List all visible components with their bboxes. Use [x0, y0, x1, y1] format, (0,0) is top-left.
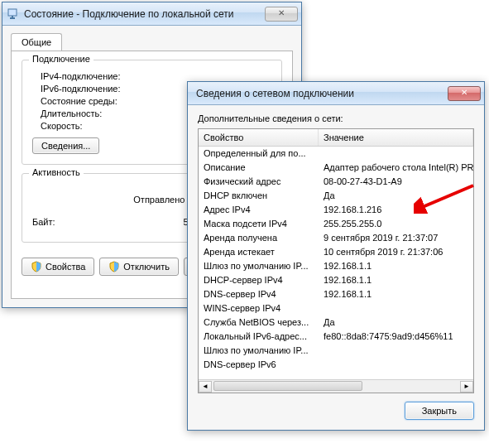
- detail-property: Шлюз по умолчанию IP...: [199, 259, 319, 273]
- speed-label: Скорость:: [41, 121, 83, 131]
- status-titlebar[interactable]: Состояние - Подключение по локальной сет…: [2, 2, 301, 26]
- details-header[interactable]: Свойство Значение: [199, 129, 473, 147]
- detail-value: 192.168.1.216: [319, 203, 473, 217]
- sent-label: Отправлено: [133, 195, 185, 205]
- details-row[interactable]: Шлюз по умолчанию IP...: [199, 344, 473, 358]
- details-row[interactable]: Служба NetBIOS через...Да: [199, 316, 473, 330]
- detail-property: Физический адрес: [199, 175, 319, 189]
- detail-value: 08-00-27-43-D1-A9: [319, 175, 473, 189]
- bytes-label: Байт:: [32, 217, 82, 227]
- detail-value: 192.168.1.1: [319, 287, 473, 301]
- detail-value: [319, 358, 473, 372]
- detail-value: Да: [319, 316, 473, 330]
- detail-property: Шлюз по умолчанию IP...: [199, 344, 319, 358]
- detail-property: Аренда истекает: [199, 245, 319, 259]
- ipv4-label: IРv4-подключение:: [41, 71, 121, 81]
- status-title: Состояние - Подключение по локальной сет…: [24, 8, 265, 20]
- details-titlebar[interactable]: Сведения о сетевом подключении ✕: [188, 82, 484, 105]
- disable-button[interactable]: Отключить: [99, 258, 179, 276]
- detail-value: [319, 147, 473, 161]
- duration-label: Длительность:: [41, 108, 102, 118]
- detail-property: DHCP-сервер IPv4: [199, 273, 319, 287]
- details-row[interactable]: Маска подсети IPv4255.255.255.0: [199, 217, 473, 231]
- close-button[interactable]: ✕: [448, 86, 481, 101]
- details-row[interactable]: Аренда получена9 сентября 2019 г. 21:37:…: [199, 231, 473, 245]
- details-row[interactable]: Шлюз по умолчанию IP...192.168.1.1: [199, 259, 473, 273]
- group-connection-legend: Подключение: [29, 54, 93, 64]
- detail-value: 10 сентября 2019 г. 21:37:06: [319, 245, 473, 259]
- detail-property: DHCP включен: [199, 189, 319, 203]
- details-window: Сведения о сетевом подключении ✕ Дополни…: [187, 81, 485, 431]
- detail-value: 255.255.255.0: [319, 217, 473, 231]
- disable-label: Отключить: [123, 262, 170, 272]
- details-client: Дополнительные сведения о сети: Свойство…: [188, 105, 484, 430]
- detail-value: 192.168.1.1: [319, 259, 473, 273]
- details-rows: Определенный для по...ОписаниеАдаптер ра…: [199, 147, 473, 372]
- scroll-track[interactable]: [212, 381, 460, 393]
- detail-property: DNS-сервер IPv6: [199, 358, 319, 372]
- tab-general[interactable]: Общие: [11, 33, 62, 51]
- group-activity-legend: Активность: [29, 167, 84, 177]
- details-row[interactable]: ОписаниеАдаптер рабочего стола Intel(R) …: [199, 161, 473, 175]
- detail-value: [319, 344, 473, 358]
- detail-property: Определенный для по...: [199, 147, 319, 161]
- scrollbar-horizontal[interactable]: ◄ ►: [199, 379, 473, 393]
- detail-value: Адаптер рабочего стола Intel(R) PRO/1: [319, 161, 473, 175]
- detail-value: [319, 301, 473, 316]
- svg-rect-1: [10, 17, 15, 19]
- details-row[interactable]: DHCP включенДа: [199, 189, 473, 203]
- tabs: Общие: [11, 33, 293, 51]
- network-icon: [6, 7, 19, 21]
- detail-property: Аренда получена: [199, 231, 319, 245]
- detail-property: DNS-сервер IPv4: [199, 287, 319, 301]
- detail-property: Адрес IPv4: [199, 203, 319, 217]
- close-button[interactable]: ✕: [265, 7, 298, 22]
- close-details-button[interactable]: Закрыть: [405, 402, 474, 420]
- media-label: Состояние среды:: [41, 96, 117, 106]
- detail-property: Локальный IPv6-адрес...: [199, 330, 319, 344]
- col-property[interactable]: Свойство: [199, 129, 319, 146]
- ipv6-label: IРv6-подключение:: [41, 84, 121, 94]
- scroll-thumb[interactable]: [213, 381, 362, 391]
- detail-property: WINS-сервер IPv4: [199, 301, 319, 316]
- shield-icon: [108, 261, 120, 272]
- details-row[interactable]: DNS-сервер IPv6: [199, 358, 473, 372]
- svg-rect-0: [8, 9, 17, 16]
- details-row[interactable]: DNS-сервер IPv4192.168.1.1: [199, 287, 473, 301]
- detail-property: Маска подсети IPv4: [199, 217, 319, 231]
- detail-value: fe80::8da8:7475:9ad9:d456%11: [319, 330, 473, 344]
- details-footer: Закрыть: [198, 402, 474, 420]
- details-heading: Дополнительные сведения о сети:: [198, 113, 474, 123]
- details-title: Сведения о сетевом подключении: [191, 88, 448, 99]
- row-ipv4: IРv4-подключение:: [32, 71, 271, 81]
- detail-property: Служба NetBIOS через...: [199, 316, 319, 330]
- details-row[interactable]: WINS-сервер IPv4: [199, 301, 473, 316]
- shield-icon: [31, 261, 42, 272]
- scroll-left-icon[interactable]: ◄: [199, 381, 212, 393]
- detail-value: Да: [319, 189, 473, 203]
- details-list: Свойство Значение Определенный для по...…: [198, 128, 474, 393]
- properties-label: Свойства: [46, 262, 85, 272]
- col-value[interactable]: Значение: [319, 129, 473, 146]
- details-row[interactable]: Физический адрес08-00-27-43-D1-A9: [199, 175, 473, 189]
- svg-rect-2: [12, 16, 13, 17]
- detail-property: Описание: [199, 161, 319, 175]
- detail-value: 9 сентября 2019 г. 21:37:07: [319, 231, 473, 245]
- properties-button[interactable]: Свойства: [22, 258, 94, 276]
- details-row[interactable]: DHCP-сервер IPv4192.168.1.1: [199, 273, 473, 287]
- details-button[interactable]: Сведения...: [32, 137, 99, 154]
- detail-value: 192.168.1.1: [319, 273, 473, 287]
- details-row[interactable]: Определенный для по...: [199, 147, 473, 161]
- details-row[interactable]: Аренда истекает10 сентября 2019 г. 21:37…: [199, 245, 473, 259]
- scroll-right-icon[interactable]: ►: [460, 381, 473, 393]
- details-row[interactable]: Локальный IPv6-адрес...fe80::8da8:7475:9…: [199, 330, 473, 344]
- details-row[interactable]: Адрес IPv4192.168.1.216: [199, 203, 473, 217]
